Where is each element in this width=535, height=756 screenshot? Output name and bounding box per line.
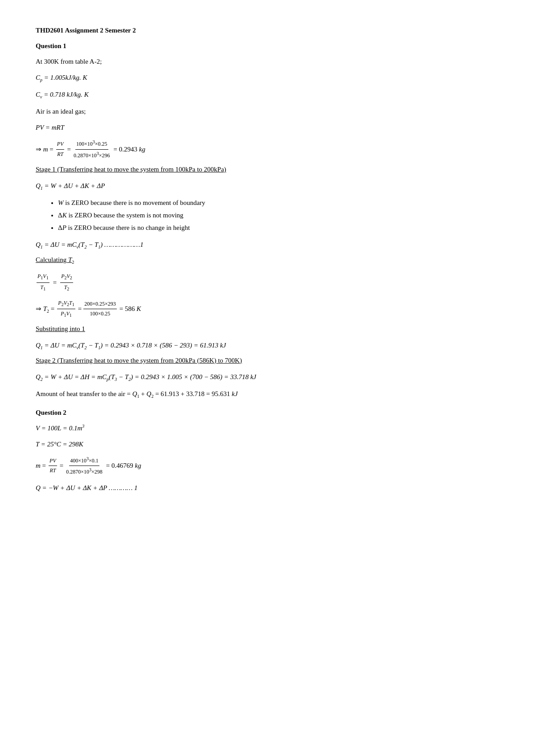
temp-eq: T = 25°C = 298K [36, 439, 499, 450]
bullet-points: W is ZERO because there is no movement o… [58, 197, 499, 233]
bullet-dp: ΔP is ZERO because there is no change in… [58, 222, 499, 233]
mass-equation: ⇒ m = PV RT = 100×103×0.25 0.2870×103×29… [36, 138, 499, 160]
q1-first-eq: Q1 = W + ΔU + ΔK + ΔP [36, 180, 499, 192]
bullet-w: W is ZERO because there is no movement o… [58, 197, 499, 208]
pv-t-equation: P1V1 T1 = P2V2 T2 [36, 272, 499, 293]
t2-result: ⇒ T2 = P2V2T1 P1V1 = 200×0.25×293 100×0.… [36, 298, 499, 320]
cv-equation: Cv = 0.718 kJ/kg. K [36, 89, 499, 101]
q2-calculation: Q2 = W + ΔU = ΔH = mCp(T3 − T2) = 0.2943… [36, 372, 499, 383]
q2-mass-equation: m = PV RT = 400×103×0.1 0.2870×103×298 =… [36, 455, 499, 477]
q1-du-eq: Q1 = ΔU = mCv(T2 − T1) ………………1 [36, 239, 499, 251]
pv-mrt: PV = mRT [36, 122, 499, 133]
at300k-text: At 300K from table A-2; [36, 56, 499, 67]
total-heat: Amount of heat transfer to the air = Q1 … [36, 388, 499, 400]
q1-calculation: Q1 = ΔU = mCv(T2 − T1) = 0.2943 × 0.718 … [36, 340, 499, 351]
document-title: THD2601 Assignment 2 Semester 2 [36, 27, 499, 34]
bullet-dk: ΔK is ZERO because the system is not mov… [58, 210, 499, 221]
ideal-gas-text: Air is an ideal gas; [36, 106, 499, 117]
question2-title: Question 2 [36, 409, 499, 417]
document-container: THD2601 Assignment 2 Semester 2 Question… [36, 27, 499, 493]
calc-t2-heading: Calculating T2 [36, 256, 499, 265]
stage2-heading: Stage 2 (Transferring heat to move the s… [36, 357, 499, 364]
substituting-heading: Substituting into 1 [36, 325, 499, 333]
cp-equation: Cp = 1.005kJ/kg. K [36, 72, 499, 84]
volume-eq: V = 100L = 0.1m3 [36, 423, 499, 433]
question1-title: Question 1 [36, 42, 499, 50]
q-equation: Q = −W + ΔU + ΔK + ΔP ………… 1 [36, 482, 499, 493]
stage1-heading: Stage 1 (Transferring heat to move the s… [36, 166, 499, 173]
